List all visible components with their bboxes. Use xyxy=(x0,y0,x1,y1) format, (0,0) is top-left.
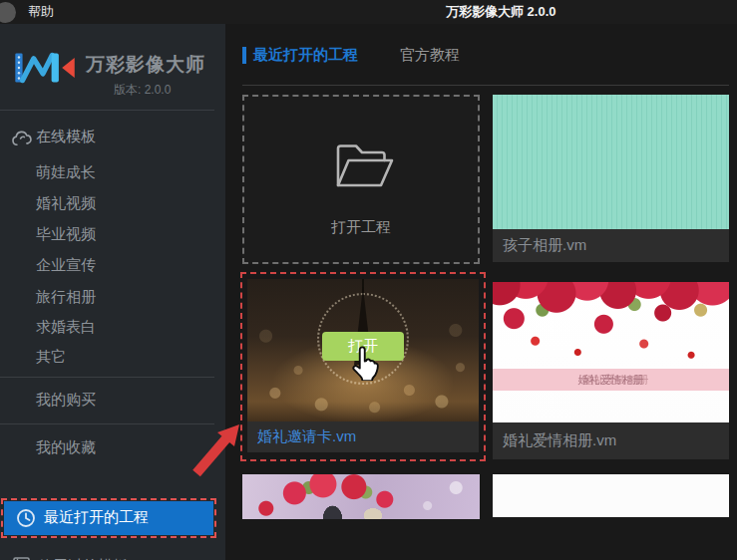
help-menu[interactable]: 帮助 xyxy=(28,0,54,24)
recent-projects-highlight-box: 最近打开的工程 xyxy=(1,498,216,538)
project-card-partial-right[interactable] xyxy=(493,474,729,517)
sidebar-item-used-templates[interactable]: 使用过的模板 xyxy=(0,554,225,560)
project-card-partial-left[interactable] xyxy=(242,474,480,519)
sidebar-item-category-0[interactable]: 萌娃成长 xyxy=(36,161,195,183)
sidebar-item-recent-projects[interactable]: 最近打开的工程 xyxy=(4,501,213,535)
sidebar-item-category-6[interactable]: 其它 xyxy=(36,346,195,368)
thumbnail-banner: 婚礼爱情相册 xyxy=(493,369,729,391)
project-thumbnail: 打开 xyxy=(247,279,479,421)
sidebar-divider xyxy=(0,423,214,424)
sidebar: 万彩影像大师 版本: 2.0.0 在线模板 萌娃成长 婚礼视频 毕业视频 企业宣… xyxy=(0,24,225,560)
project-card-wedding-invite-selected[interactable]: 打开 婚礼邀请卡.vm xyxy=(240,272,486,461)
main-content: 最近打开的工程 官方教程 打开工程 孩子相册.vm 打开 xyxy=(225,24,737,560)
project-thumbnail xyxy=(493,95,729,229)
project-thumbnail: 婚礼爱情相册 xyxy=(493,282,729,422)
app-logo-icon xyxy=(14,42,80,94)
sidebar-item-my-favorites[interactable]: 我的收藏 xyxy=(36,436,195,458)
app-window: 帮助 万彩影像大师 2.0.0 万彩影像大师 版本: 2.0.0 在线模板 xyxy=(0,0,737,560)
project-card-wedding-love[interactable]: 婚礼爱情相册 婚礼爱情相册.vm xyxy=(493,282,729,459)
sidebar-divider xyxy=(0,377,214,378)
template-icon xyxy=(12,556,31,560)
cloud-icon xyxy=(11,130,34,147)
sidebar-item-label: 在线模板 xyxy=(36,128,96,146)
open-project-label: 打开工程 xyxy=(244,218,478,237)
sidebar-item-online-templates[interactable]: 在线模板 xyxy=(0,128,225,153)
sidebar-divider xyxy=(0,110,214,111)
project-caption: 婚礼爱情相册.vm xyxy=(493,422,729,459)
sidebar-item-category-1[interactable]: 婚礼视频 xyxy=(36,192,195,214)
logo-block: 万彩影像大师 版本: 2.0.0 xyxy=(12,38,211,118)
project-caption: 孩子相册.vm xyxy=(493,229,729,262)
sidebar-item-label: 最近打开的工程 xyxy=(44,508,149,527)
sidebar-item-category-4[interactable]: 旅行相册 xyxy=(36,286,195,308)
sidebar-item-category-5[interactable]: 求婚表白 xyxy=(36,316,195,338)
sidebar-app-name: 万彩影像大师 xyxy=(86,52,205,78)
project-card-child-album[interactable]: 孩子相册.vm xyxy=(493,95,729,262)
tab-recent-projects[interactable]: 最近打开的工程 xyxy=(253,46,358,65)
sidebar-app-version: 版本: 2.0.0 xyxy=(114,82,171,99)
project-caption: 婚礼邀请卡.vm xyxy=(247,421,479,452)
thumbnail-banner-text: 婚礼爱情相册 xyxy=(578,373,644,388)
tab-bar: 最近打开的工程 官方教程 xyxy=(242,45,460,65)
folder-icon xyxy=(331,140,395,194)
clock-icon xyxy=(16,508,36,528)
hand-cursor-icon xyxy=(351,345,381,381)
sidebar-item-category-3[interactable]: 企业宣传 xyxy=(36,254,195,276)
open-project-card[interactable]: 打开工程 xyxy=(242,95,480,264)
active-tab-indicator xyxy=(242,47,246,64)
tab-divider xyxy=(242,85,729,86)
sidebar-item-my-purchases[interactable]: 我的购买 xyxy=(36,389,195,411)
sidebar-item-category-2[interactable]: 毕业视频 xyxy=(36,223,195,245)
app-taskbar-icon xyxy=(0,2,16,23)
tab-official-tutorials[interactable]: 官方教程 xyxy=(400,46,460,65)
window-title: 万彩影像大师 2.0.0 xyxy=(446,0,556,24)
title-bar: 帮助 万彩影像大师 2.0.0 xyxy=(0,0,737,24)
